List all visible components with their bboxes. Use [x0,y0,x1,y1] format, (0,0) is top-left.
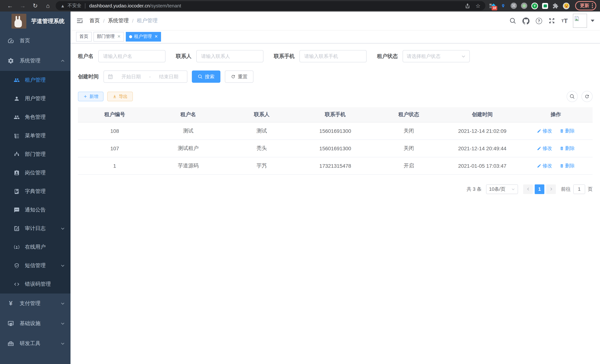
breadcrumb-system[interactable]: 系统管理 [108,18,129,24]
phone-input[interactable] [300,50,367,62]
extension-pin-icon[interactable] [500,2,506,9]
page-size-select[interactable]: 10条/页 [486,184,518,194]
sidebar-item-post[interactable]: 岗位管理 [0,164,71,182]
sidebar-item-user[interactable]: 用户管理 [0,89,71,108]
sidebar-item-dict[interactable]: 字典管理 [0,182,71,201]
filter-status: 租户状态 请选择租户状态 [377,50,470,62]
chevron-down-icon [60,321,65,326]
date-range-picker[interactable]: 开始日期 - 结束日期 [103,71,188,83]
breadcrumb-home[interactable]: 首页 [89,18,100,24]
end-date-placeholder[interactable]: 结束日期 [154,73,183,80]
search-button[interactable]: 搜索 [192,71,220,83]
app-window: 芋道管理系统 首页 系统管理 租户管理 用户管理 [0,11,600,364]
refresh-table-button[interactable] [581,91,593,102]
edit-link[interactable]: 修改 [537,162,552,169]
sidebar-item-menu[interactable]: 菜单管理 [0,127,71,145]
edit-link[interactable]: 修改 [537,127,552,134]
share-icon[interactable] [464,3,470,9]
browser-reload-icon[interactable]: ↻ [29,2,42,9]
browser-forward-icon[interactable]: → [16,2,29,9]
delete-link[interactable]: 删除 [560,162,575,169]
status-value: 关闭 [372,140,445,157]
sidebar-item-error-code[interactable]: 错误码管理 [0,275,71,293]
sidebar-group-payment[interactable]: ¥ 支付管理 [0,293,71,314]
not-secure-warning-icon: ▲ [60,3,65,8]
url-bar[interactable]: ▲ 不安全 dashboard.yudao.iocoder.cn/system/… [56,1,485,10]
start-date-placeholder[interactable]: 开始日期 [116,73,146,80]
sidebar-collapse-icon[interactable] [76,17,84,25]
status-label: 租户状态 [377,53,398,60]
delete-link[interactable]: 删除 [560,127,575,134]
sidebar-group-dev-tools[interactable]: 研发工具 [0,334,71,354]
avatar-dropdown-caret-icon[interactable] [591,20,594,22]
edit-link[interactable]: 修改 [537,145,552,152]
col-tenant-id: 租户编号 [78,107,151,122]
table-row: 107 测试租户 秃头 15601691300 关闭 2021-12-14 20… [78,140,593,157]
extensions-puzzle-icon[interactable] [552,2,559,9]
prev-page-button[interactable] [523,184,533,194]
table-header-row: 租户编号 租户名 联系人 联系手机 租户状态 创建时间 操作 [78,107,593,122]
tab-home[interactable]: 首页 [76,32,92,41]
browser-menu-icon[interactable] [592,3,593,8]
logo-image [11,14,26,28]
pagination-total: 共 3 条 [467,186,482,192]
sidebar-item-tenant[interactable]: 租户管理 [0,71,71,89]
tab-dept[interactable]: 部门管理 ✕ [94,32,124,41]
reset-button[interactable]: 重置 [225,71,253,83]
user-icon [14,96,20,102]
extension-y-icon[interactable]: Y [531,2,538,9]
browser-toolbar: ← → ↻ ⌂ ▲ 不安全 dashboard.yudao.iocoder.cn… [0,0,600,11]
extension-chat-icon[interactable] [542,3,548,9]
add-button[interactable]: 新增 [78,92,103,101]
github-icon[interactable] [523,17,529,24]
bookmark-star-icon[interactable]: ☆ [476,3,480,9]
next-page-button[interactable] [546,184,556,194]
close-icon[interactable]: ✕ [154,34,158,39]
extension-command-icon[interactable]: ⌘ [511,3,517,9]
status-select[interactable]: 请选择租户状态 [403,50,470,62]
sidebar-item-online-users[interactable]: 在线用户 [0,238,71,256]
tenant-name-input[interactable] [98,50,166,62]
chevron-down-icon [461,54,466,58]
font-size-icon[interactable]: TT [562,18,568,24]
show-search-toggle-button[interactable] [567,91,578,102]
profile-avatar-icon[interactable] [563,2,570,9]
contact-input[interactable] [196,50,263,62]
id-badge-icon [14,170,20,176]
goto-page-input[interactable] [573,184,585,194]
delete-link[interactable]: 删除 [560,145,575,152]
chrome-update-button[interactable]: 更新 [575,1,596,10]
user-avatar[interactable] [573,14,587,28]
monitor-icon [7,320,14,327]
fullscreen-icon[interactable] [548,18,555,24]
top-navbar: 首页 / 系统管理 / 租户管理 ? TT [71,11,600,30]
sidebar-group-system[interactable]: 系统管理 [0,51,71,71]
browser-back-icon[interactable]: ← [4,2,16,9]
browser-home-icon[interactable]: ⌂ [42,2,54,9]
url-path: /system/tenant [150,3,181,9]
chevron-right-icon [549,187,553,191]
update-label: 更新 [580,3,589,9]
header-search-icon[interactable] [509,18,516,24]
tab-tenant[interactable]: 租户管理 ✕ [126,32,161,41]
page-number-1[interactable]: 1 [535,184,544,194]
sidebar-item-dept[interactable]: 部门管理 [0,145,71,164]
pagination: 共 3 条 10条/页 1 前往 页 [78,184,593,194]
breadcrumb-current: 租户管理 [137,18,158,24]
not-secure-label[interactable]: 不安全 [67,3,81,9]
close-icon[interactable]: ✕ [117,34,121,39]
export-button[interactable]: 导出 [107,92,133,101]
sidebar-item-notice[interactable]: 通知公告 [0,201,71,219]
sidebar-group-audit-log[interactable]: 审计日志 [0,219,71,238]
help-icon[interactable]: ? [536,18,542,24]
refresh-icon [584,94,590,99]
sidebar-group-infrastructure[interactable]: 基础设施 [0,314,71,334]
app-logo[interactable]: 芋道管理系统 [0,11,71,31]
sidebar-item-home[interactable]: 首页 [0,31,71,51]
extension-record-icon[interactable] [521,3,527,9]
sidebar-group-sms[interactable]: 短信管理 [0,256,71,275]
extension-colorpicker-icon[interactable]: 10 [489,2,496,9]
sidebar-item-role[interactable]: 角色管理 [0,108,71,127]
table-row: 108 测试 测试 15601691300 关闭 2021-12-14 21:0… [78,122,593,140]
col-phone: 联系手机 [299,107,372,122]
